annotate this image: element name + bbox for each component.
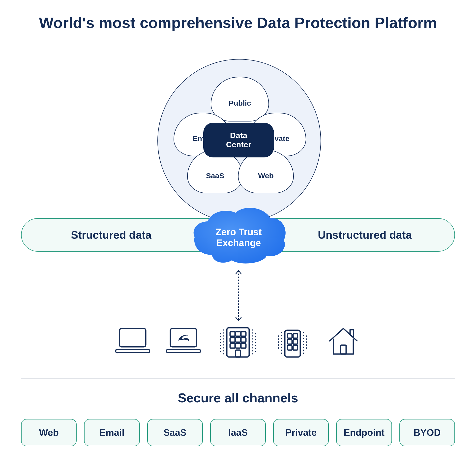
diagram-root: World's most comprehensive Data Protecti…	[0, 0, 476, 476]
channel-endpoint-label: Endpoint	[344, 427, 385, 438]
svg-rect-10	[236, 344, 240, 348]
channel-iaas-label: IaaS	[228, 427, 248, 438]
secure-channels-title: Secure all channels	[0, 390, 476, 405]
channel-byod-label: BYOD	[414, 427, 441, 438]
cloud-public: Public	[211, 77, 269, 121]
endpoint-icon-row	[0, 325, 476, 359]
svg-rect-1	[170, 328, 197, 347]
svg-rect-20	[288, 340, 292, 344]
svg-rect-28	[341, 345, 346, 354]
office-large-icon	[216, 325, 260, 359]
channel-email: Email	[84, 419, 140, 446]
channel-private-label: Private	[285, 427, 317, 438]
channel-iaas: IaaS	[210, 419, 266, 446]
channel-saas-label: SaaS	[163, 427, 186, 438]
svg-rect-23	[293, 346, 298, 350]
svg-rect-22	[288, 346, 292, 350]
office-small-icon	[274, 325, 311, 359]
svg-rect-0	[119, 328, 146, 347]
svg-rect-12	[236, 350, 240, 357]
svg-rect-19	[293, 334, 298, 338]
svg-rect-11	[241, 344, 246, 348]
cloud-web-label: Web	[258, 172, 274, 180]
laptop-icon	[114, 325, 151, 355]
channel-saas: SaaS	[147, 419, 203, 446]
structured-data-label: Structured data	[22, 229, 201, 241]
channel-web-label: Web	[39, 427, 59, 438]
svg-rect-8	[241, 338, 246, 342]
cloud-public-label: Public	[229, 99, 251, 107]
svg-rect-7	[236, 338, 240, 342]
data-center-label: Data Center	[226, 131, 251, 149]
svg-rect-5	[241, 332, 246, 336]
svg-rect-21	[293, 340, 298, 344]
bidirectional-arrow-icon	[235, 269, 242, 322]
svg-rect-4	[236, 332, 240, 336]
laptop-brand-icon	[165, 325, 202, 355]
zero-trust-exchange-cloud: Zero Trust Exchange document.querySelect…	[188, 205, 289, 266]
channel-web: Web	[21, 419, 77, 446]
home-icon	[325, 325, 362, 357]
channels-row: Web Email SaaS IaaS Private Endpoint BYO…	[21, 419, 455, 446]
svg-rect-9	[230, 344, 235, 348]
data-center-pill: Data Center	[203, 123, 274, 157]
divider	[21, 378, 455, 379]
unstructured-data-label: Unstructured data	[275, 229, 454, 241]
channel-private: Private	[273, 419, 329, 446]
svg-rect-3	[230, 332, 235, 336]
page-title: World's most comprehensive Data Protecti…	[0, 14, 476, 32]
channel-email-label: Email	[99, 427, 124, 438]
svg-rect-18	[288, 334, 292, 338]
channel-endpoint: Endpoint	[336, 419, 392, 446]
zero-trust-exchange-label: Zero Trust Exchange	[216, 227, 262, 248]
channel-byod: BYOD	[399, 419, 455, 446]
cloud-saas-label: SaaS	[206, 172, 224, 180]
svg-rect-6	[230, 338, 235, 342]
